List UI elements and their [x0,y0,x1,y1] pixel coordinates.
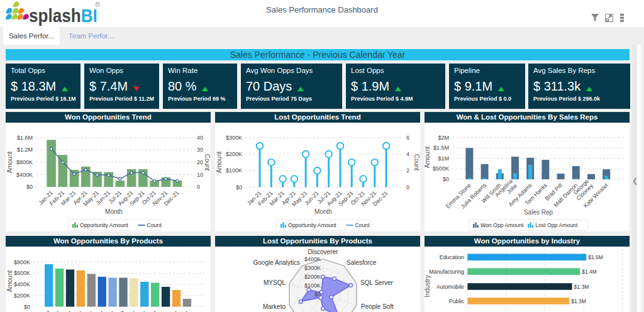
svg-text:Won Opp Amount: Won Opp Amount [480,222,524,228]
svg-text:$400K: $400K [304,256,321,262]
svg-text:Count: Count [413,154,420,171]
svg-text:Industry: Industry [425,275,431,298]
svg-text:MYSQL: MYSQL [264,279,286,286]
svg-text:0: 0 [197,184,200,190]
svg-text:Discoverer: Discoverer [308,248,338,255]
svg-text:Count: Count [147,222,162,228]
svg-text:$400K: $400K [14,281,30,287]
svg-text:$200K: $200K [14,292,30,299]
svg-text:Education: Education [440,254,464,260]
svg-text:Month: Month [105,208,123,215]
svg-text:Amount: Amount [216,152,223,174]
svg-text:30: 30 [197,147,203,153]
svg-text:$300K: $300K [226,135,242,141]
svg-text:$200K: $200K [226,151,242,157]
svg-text:JIRA: JIRA [49,309,62,312]
svg-text:$0: $0 [26,184,33,190]
svg-text:Lost Opp Amount: Lost Opp Amount [535,222,578,228]
svg-text:$0: $0 [24,304,30,310]
svg-text:$1.5M: $1.5M [588,254,603,260]
svg-text:$400K: $400K [16,172,33,178]
svg-text:Count: Count [204,154,211,171]
svg-text:$1.3M: $1.3M [574,284,589,290]
svg-text:Gmail: Gmail [36,309,52,312]
svg-text:Opportunity Amount: Opportunity Amount [288,222,336,228]
svg-text:Opportunity Amount: Opportunity Amount [80,222,128,228]
svg-text:$2M: $2M [438,135,449,141]
svg-text:PeopleSoft: PeopleSoft [102,309,126,312]
svg-text:10: 10 [197,172,203,178]
svg-text:$500K: $500K [433,165,449,172]
svg-text:Confluence: Confluence [80,309,104,312]
svg-text:20: 20 [197,159,203,165]
svg-text:SQL Server: SQL Server [360,279,394,286]
svg-text:$0: $0 [236,184,242,191]
svg-text:$100K: $100K [226,167,242,174]
svg-text:Month: Month [314,208,332,215]
svg-text:40: 40 [197,135,203,141]
svg-text:$800K: $800K [16,159,33,165]
svg-text:4: 4 [406,151,409,157]
svg-text:Salesforce: Salesforce [71,309,94,312]
svg-text:Public: Public [449,298,465,304]
svg-text:Discoverer: Discoverer [124,309,147,312]
svg-text:Manufacturing: Manufacturing [429,269,464,275]
svg-text:$0: $0 [314,291,321,298]
svg-text:Salesforce: Salesforce [347,259,377,266]
svg-text:Amount: Amount [6,152,13,174]
svg-text:Google Analytics: Google Analytics [253,259,301,266]
svg-text:6: 6 [406,135,409,141]
svg-text:$300K: $300K [304,265,321,271]
svg-text:2: 2 [406,167,409,174]
svg-text:Sales Rep: Sales Rep [524,209,553,216]
svg-text:$600K: $600K [14,270,30,276]
svg-text:Automobile: Automobile [436,284,464,290]
svg-text:$1M: $1M [438,155,449,162]
svg-text:$800K: $800K [14,259,30,265]
svg-text:$100K: $100K [304,282,321,289]
svg-text:People Soft: People Soft [361,303,394,310]
svg-text:Amount: Amount [6,270,13,292]
svg-text:$1.2M: $1.2M [17,147,33,153]
svg-text:Marketo: Marketo [263,303,286,310]
svg-text:$1.6M: $1.6M [17,135,33,141]
svg-text:$1.5M: $1.5M [433,145,449,151]
svg-text:$0: $0 [443,176,449,182]
svg-text:$200K: $200K [304,274,321,280]
svg-text:Zoom: Zoom [175,309,189,312]
svg-text:0: 0 [406,184,409,191]
svg-text:$1.3M: $1.3M [571,298,586,304]
svg-text:Count: Count [355,222,370,228]
svg-text:$1.4M: $1.4M [582,269,597,275]
svg-text:SQL Server: SQL Server [90,309,115,312]
svg-text:Amount: Amount [425,147,431,169]
